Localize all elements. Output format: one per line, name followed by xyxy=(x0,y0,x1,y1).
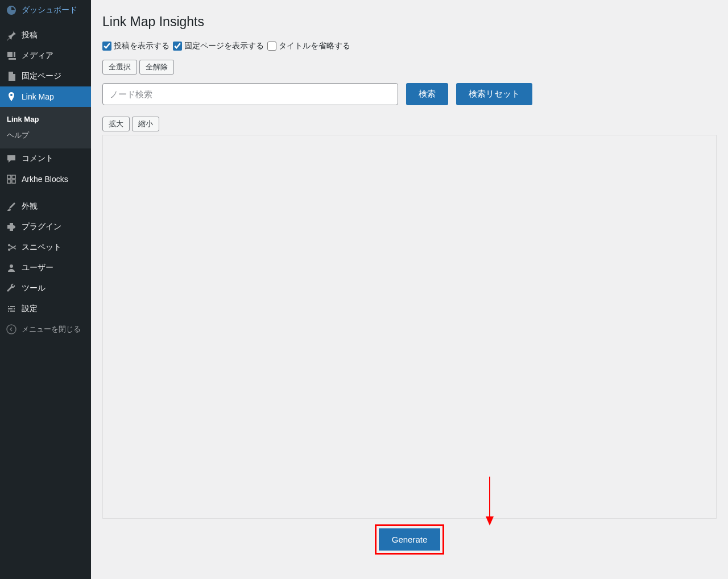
generate-highlight-box: Generate xyxy=(375,524,445,555)
selection-buttons-row: 全選択 全解除 xyxy=(102,60,717,75)
deselect-all-button[interactable]: 全解除 xyxy=(139,60,174,75)
show-posts-text: 投稿を表示する xyxy=(114,41,169,51)
pushpin-icon xyxy=(6,30,17,41)
svg-rect-1 xyxy=(12,175,15,179)
brush-icon xyxy=(6,201,17,212)
sidebar-collapse[interactable]: メニューを閉じる xyxy=(0,319,91,340)
sidebar-item-plugins[interactable]: プラグイン xyxy=(0,217,91,237)
comment-icon xyxy=(6,153,17,164)
search-row: 検索 検索リセット xyxy=(102,83,717,105)
settings-icon xyxy=(6,303,17,315)
user-icon xyxy=(6,262,17,274)
page-title: Link Map Insights xyxy=(102,14,717,30)
show-pages-checkbox[interactable] xyxy=(173,42,182,51)
abbreviate-titles-text: タイトルを省略する xyxy=(279,41,350,51)
select-all-button[interactable]: 全選択 xyxy=(102,60,137,75)
sidebar-label: スニペット xyxy=(22,242,61,253)
sidebar-item-arkhe-blocks[interactable]: Arkhe Blocks xyxy=(0,169,91,189)
sidebar-item-dashboard[interactable]: ダッシュボード xyxy=(0,0,91,20)
sidebar-item-media[interactable]: メディア xyxy=(0,46,91,66)
arkhe-icon xyxy=(6,173,17,185)
show-pages-checkbox-label[interactable]: 固定ページを表示する xyxy=(173,41,264,51)
location-icon xyxy=(6,91,17,102)
generate-wrap: Generate xyxy=(102,524,717,555)
sidebar-label: Arkhe Blocks xyxy=(22,175,68,184)
sidebar-item-comments[interactable]: コメント xyxy=(0,148,91,169)
sidebar-label: プラグイン xyxy=(22,222,61,232)
plugin-icon xyxy=(6,221,17,233)
search-button[interactable]: 検索 xyxy=(406,83,448,105)
sidebar-label: ツール xyxy=(22,283,46,293)
page-icon xyxy=(6,71,17,82)
media-icon xyxy=(6,50,17,61)
show-pages-text: 固定ページを表示する xyxy=(184,41,264,51)
zoom-out-button[interactable]: 縮小 xyxy=(132,117,159,131)
svg-point-5 xyxy=(8,249,10,251)
sidebar-label: コメント xyxy=(22,154,53,164)
sidebar-label: 設定 xyxy=(22,304,38,314)
dashboard-icon xyxy=(6,5,17,16)
sidebar-label: 外観 xyxy=(22,201,38,212)
sidebar-item-settings[interactable]: 設定 xyxy=(0,299,91,319)
sidebar-item-users[interactable]: ユーザー xyxy=(0,258,91,278)
svg-point-4 xyxy=(8,244,10,246)
reset-search-button[interactable]: 検索リセット xyxy=(456,83,532,105)
display-options-row: 投稿を表示する 固定ページを表示する タイトルを省略する xyxy=(102,41,717,51)
sidebar-label: メディア xyxy=(22,51,53,61)
node-search-input[interactable] xyxy=(102,83,398,105)
show-posts-checkbox-label[interactable]: 投稿を表示する xyxy=(102,41,169,51)
sidebar-label: Link Map xyxy=(22,92,54,101)
sidebar-sub-link-map[interactable]: Link Map xyxy=(0,111,91,127)
sidebar-submenu: Link Map ヘルプ xyxy=(0,107,91,148)
svg-point-7 xyxy=(7,325,16,334)
sidebar-collapse-label: メニューを閉じる xyxy=(22,324,81,334)
generate-button[interactable]: Generate xyxy=(379,528,441,551)
sidebar-item-appearance[interactable]: 外観 xyxy=(0,196,91,217)
sidebar-label: 固定ページ xyxy=(22,71,61,81)
svg-rect-0 xyxy=(7,175,11,179)
zoom-in-button[interactable]: 拡大 xyxy=(102,117,130,131)
sidebar-label: 投稿 xyxy=(22,30,38,40)
sidebar-item-tools[interactable]: ツール xyxy=(0,278,91,299)
svg-point-6 xyxy=(10,264,13,268)
collapse-icon xyxy=(6,324,17,335)
svg-rect-3 xyxy=(12,180,15,183)
sidebar-sub-help[interactable]: ヘルプ xyxy=(0,127,91,144)
link-map-canvas[interactable] xyxy=(102,135,717,519)
zoom-buttons-row: 拡大 縮小 xyxy=(102,117,717,131)
sidebar-item-link-map[interactable]: Link Map xyxy=(0,86,91,107)
show-posts-checkbox[interactable] xyxy=(102,42,111,51)
wrench-icon xyxy=(6,283,17,294)
sidebar-label: ユーザー xyxy=(22,263,53,273)
sidebar-item-snippets[interactable]: スニペット xyxy=(0,237,91,258)
abbreviate-titles-checkbox[interactable] xyxy=(267,42,276,51)
main-content: Link Map Insights 投稿を表示する 固定ページを表示する タイト… xyxy=(91,0,728,579)
sidebar-item-posts[interactable]: 投稿 xyxy=(0,25,91,46)
sidebar-label: ダッシュボード xyxy=(22,5,77,15)
sidebar-item-pages[interactable]: 固定ページ xyxy=(0,66,91,86)
admin-sidebar: ダッシュボード 投稿 メディア 固定ページ Link Map Link Map … xyxy=(0,0,91,579)
scissors-icon xyxy=(6,242,17,253)
abbreviate-titles-checkbox-label[interactable]: タイトルを省略する xyxy=(267,41,350,51)
svg-rect-2 xyxy=(7,180,11,183)
